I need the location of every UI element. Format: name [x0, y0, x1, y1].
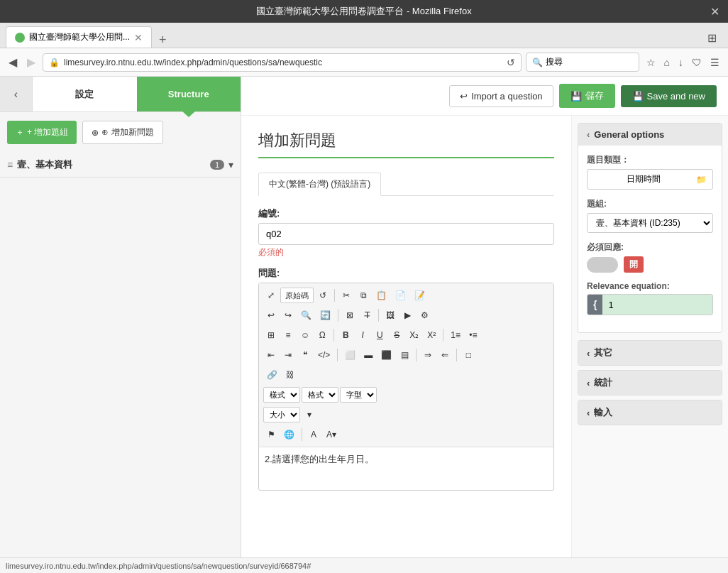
- expand-icon[interactable]: ⤢: [263, 288, 279, 303]
- question-type-value: 日期時間: [593, 173, 693, 185]
- subscript-icon[interactable]: X₂: [406, 327, 422, 343]
- lang-tab-chinese[interactable]: 中文(繁體-台灣) (預設語言): [258, 173, 381, 196]
- address-bar: ◀ ▶ 🔒 limesurvey.iro.ntnu.edu.tw/index.p…: [0, 48, 728, 77]
- redo-icon[interactable]: ↪: [280, 307, 296, 323]
- import-header[interactable]: ‹ 輸入: [578, 400, 722, 425]
- forward-button[interactable]: ▶: [24, 53, 38, 72]
- align-left-icon[interactable]: ⬜: [341, 347, 359, 363]
- smiley-icon[interactable]: ☺: [297, 327, 313, 343]
- rtl-icon[interactable]: ⇐: [437, 347, 453, 363]
- justify-icon[interactable]: ▤: [397, 347, 412, 363]
- import-question-button[interactable]: ↩ Import a question: [449, 85, 553, 107]
- clear-icon[interactable]: T̶: [359, 307, 375, 323]
- add-question-button[interactable]: ⊕ ⊕ 增加新問題: [82, 121, 162, 144]
- group-row: 題組: 壹、基本資料 (ID:235): [587, 198, 713, 233]
- paste-icon[interactable]: 📋: [373, 288, 390, 303]
- toggle-switch[interactable]: [587, 257, 618, 273]
- question-type-button[interactable]: 日期時間 📁: [587, 169, 713, 190]
- omega-icon[interactable]: Ω: [314, 327, 330, 343]
- ltr-icon[interactable]: ⇒: [420, 347, 436, 363]
- undo-icon[interactable]: ↩: [263, 307, 279, 323]
- globe-icon[interactable]: 🌐: [280, 427, 298, 442]
- copy-icon[interactable]: ⧉: [355, 288, 371, 303]
- source-button[interactable]: 原始碼: [280, 288, 314, 303]
- new-tab-button[interactable]: +: [153, 33, 172, 48]
- unordered-list-icon[interactable]: •≡: [465, 327, 481, 343]
- blockquote-icon[interactable]: ❝: [297, 347, 313, 363]
- save-and-new-button[interactable]: 💾 Save and new: [621, 85, 717, 107]
- replace-icon[interactable]: 🔄: [316, 307, 334, 323]
- content-toolbar: ↩ Import a question 💾 儲存 💾 Save and new: [241, 77, 728, 116]
- separator-9: [302, 428, 302, 441]
- ordered-list-icon[interactable]: 1≡: [447, 327, 464, 343]
- tab-close-icon[interactable]: ✕: [134, 32, 143, 43]
- refresh-editor-icon[interactable]: ↺: [315, 288, 331, 303]
- download-icon[interactable]: ↓: [675, 54, 686, 71]
- underline-icon[interactable]: U: [372, 327, 387, 343]
- main-layout: ‹ 設定 Structure ＋ + 增加題組 ⊕ ⊕ 增加新問題 ≡ 壹、基本…: [0, 77, 728, 557]
- browser-tab[interactable]: 國立臺灣師範大學公用問... ✕: [6, 26, 152, 48]
- flag-icon[interactable]: ⚑: [263, 427, 279, 442]
- id-input[interactable]: [258, 223, 554, 245]
- font-color-icon[interactable]: A: [306, 427, 321, 442]
- paste-text-icon[interactable]: 📄: [392, 288, 409, 303]
- toggle-on-button[interactable]: 開: [624, 256, 644, 273]
- separator-1: [334, 289, 335, 302]
- relevance-input[interactable]: [602, 295, 713, 315]
- table-icon[interactable]: ⊞: [263, 327, 279, 343]
- close-icon[interactable]: ✕: [710, 5, 719, 18]
- sidebar-back-button[interactable]: ‹: [0, 77, 33, 111]
- unlink-icon[interactable]: ⛓: [282, 367, 298, 383]
- general-options-header[interactable]: ‹ General options: [578, 124, 722, 146]
- cut-icon[interactable]: ✂: [338, 288, 354, 303]
- grid-icon[interactable]: ⊞: [702, 28, 722, 48]
- back-button[interactable]: ◀: [6, 53, 20, 72]
- style-select[interactable]: 樣式: [263, 387, 300, 403]
- stats-header[interactable]: ‹ 統計: [578, 371, 722, 395]
- superscript-icon[interactable]: X²: [424, 327, 439, 343]
- search-box[interactable]: 🔍 搜尋: [526, 53, 639, 72]
- other-header[interactable]: ‹ 其它: [578, 341, 722, 365]
- italic-icon[interactable]: I: [355, 327, 370, 343]
- code-icon[interactable]: </>: [314, 347, 333, 363]
- size-select[interactable]: 大小: [263, 407, 300, 422]
- import-label: Import a question: [471, 91, 542, 102]
- search-icon: 🔍: [532, 58, 543, 67]
- image-icon[interactable]: 🖼: [382, 307, 398, 323]
- section-header[interactable]: ≡ 壹、基本資料 1 ▾: [0, 153, 241, 178]
- bold-icon[interactable]: B: [338, 327, 353, 343]
- find-icon[interactable]: 🔍: [297, 307, 315, 323]
- page-break-icon[interactable]: □: [460, 347, 476, 363]
- strikethrough-icon[interactable]: S: [389, 327, 404, 343]
- toolbar-icons: ☆ ⌂ ↓ 🛡 ☰: [644, 54, 722, 71]
- required-row: 必須回應: 開: [587, 241, 713, 273]
- menu-icon[interactable]: ☰: [707, 54, 722, 71]
- shield-icon[interactable]: 🛡: [689, 54, 705, 71]
- group-select[interactable]: 壹、基本資料 (ID:235): [587, 213, 713, 233]
- font-select[interactable]: 字型: [340, 387, 377, 403]
- align-center-icon[interactable]: ≡: [280, 327, 296, 343]
- home-icon[interactable]: ⌂: [661, 54, 673, 71]
- refresh-button[interactable]: ↺: [507, 57, 515, 68]
- required-text: 必須的: [258, 246, 554, 258]
- align-right-icon[interactable]: ⬛: [377, 347, 395, 363]
- link-icon[interactable]: 🔗: [263, 367, 281, 383]
- import-title: 輸入: [594, 406, 612, 419]
- stats-title: 統計: [594, 376, 612, 389]
- video-icon[interactable]: ▶: [399, 307, 415, 323]
- bookmark-icon[interactable]: ☆: [644, 54, 658, 71]
- sidebar-structure-button[interactable]: Structure: [137, 77, 241, 111]
- editor-content[interactable]: 2.請選擇您的出生年月日。: [259, 447, 553, 490]
- highlight-icon[interactable]: A▾: [323, 427, 340, 442]
- align-center2-icon[interactable]: ▬: [360, 347, 376, 363]
- format-select[interactable]: 格式: [302, 387, 338, 403]
- add-group-button[interactable]: ＋ + 增加題組: [7, 121, 77, 144]
- emoji-like-icon[interactable]: ⚙: [417, 307, 432, 323]
- paste-word-icon[interactable]: 📝: [411, 288, 429, 303]
- remove-format-icon[interactable]: ⊠: [342, 307, 358, 323]
- sidebar-settings-button[interactable]: 設定: [33, 77, 137, 111]
- size-down-icon[interactable]: ▾: [302, 407, 317, 422]
- outdent-icon[interactable]: ⇤: [263, 347, 279, 363]
- save-button[interactable]: 💾 儲存: [559, 84, 615, 108]
- indent-icon[interactable]: ⇥: [280, 347, 296, 363]
